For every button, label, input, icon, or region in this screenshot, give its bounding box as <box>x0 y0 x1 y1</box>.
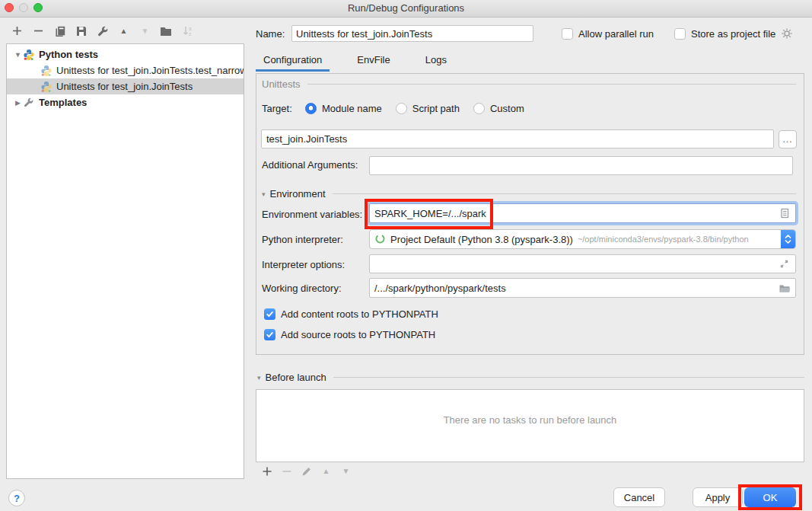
collapse-triangle-icon[interactable]: ▾ <box>262 190 266 198</box>
tree-item-templates[interactable]: ▶ Templates <box>7 94 244 110</box>
radio-script-path[interactable] <box>396 103 407 114</box>
before-launch-section-label: Before launch <box>266 372 326 383</box>
tab-logs[interactable]: Logs <box>418 51 454 72</box>
tree-item-unittests-jointests-selected[interactable]: Unittests for test_join.JoinTests <box>7 78 244 94</box>
expand-field-icon[interactable] <box>779 258 791 270</box>
sort-configurations-icon: az <box>181 24 194 37</box>
target-field <box>261 129 774 149</box>
before-launch-empty-text: There are no tasks to run before launch <box>256 414 804 426</box>
remove-configuration-icon[interactable] <box>32 24 45 37</box>
conda-interpreter-icon <box>374 233 387 245</box>
python-interpreter-label: Python interpreter: <box>262 234 343 245</box>
templates-wrench-icon <box>23 97 35 109</box>
target-row: Target: Module name Script path Custom <box>262 103 538 114</box>
python-interpreter-value: Project Default (Python 3.8 (pyspark-3.8… <box>390 234 573 245</box>
add-source-roots-label: Add source roots to PYTHONPATH <box>281 329 435 340</box>
add-configuration-icon[interactable] <box>11 24 24 37</box>
tree-item-label: Unittests for test_join.JoinTests <box>56 81 193 92</box>
ok-button-label: OK <box>763 492 778 503</box>
name-row: Name: Allow parallel run Store as projec… <box>256 24 807 43</box>
window-title: Run/Debug Configurations <box>0 2 812 14</box>
working-directory-field <box>369 278 796 298</box>
tab-label: Configuration <box>263 54 322 65</box>
interpreter-options-input[interactable] <box>374 258 774 270</box>
svg-text:z: z <box>189 31 191 37</box>
tree-expand-icon[interactable]: ▼ <box>13 51 23 59</box>
config-tabs: Configuration EnvFile Logs <box>256 51 454 72</box>
name-input[interactable] <box>291 25 533 42</box>
interpreter-options-field <box>369 254 796 273</box>
add-source-roots-row: Add source roots to PYTHONPATH <box>264 329 435 340</box>
python-test-icon <box>40 81 53 93</box>
cancel-button[interactable]: Cancel <box>613 487 665 507</box>
copy-configuration-icon[interactable] <box>53 24 66 37</box>
store-as-project-file-checkbox[interactable] <box>674 28 686 40</box>
python-test-icon <box>40 65 53 77</box>
move-up-icon[interactable]: ▲ <box>117 24 130 37</box>
environment-variables-field <box>369 203 796 223</box>
working-directory-input[interactable] <box>374 283 774 294</box>
environment-section-header[interactable]: ▾ Environment <box>262 188 796 200</box>
cancel-button-label: Cancel <box>624 492 654 503</box>
additional-arguments-field <box>369 156 793 175</box>
apply-button[interactable]: Apply <box>693 487 743 507</box>
ok-button[interactable]: OK <box>744 487 796 507</box>
add-content-roots-row: Add content roots to PYTHONPATH <box>264 308 438 320</box>
edit-templates-wrench-icon[interactable] <box>96 24 109 37</box>
tree-item-label: Templates <box>39 97 87 108</box>
radio-module-name[interactable] <box>305 103 317 114</box>
unittests-group-title: Unittests <box>262 78 301 90</box>
environment-variables-label: Environment variables: <box>262 209 362 220</box>
collapse-triangle-icon[interactable]: ▾ <box>257 374 261 382</box>
tree-collapse-icon[interactable]: ▶ <box>13 99 23 107</box>
svg-text:a: a <box>189 26 192 31</box>
move-task-up-icon: ▲ <box>320 465 333 477</box>
radio-custom-label: Custom <box>490 103 524 114</box>
working-directory-label: Working directory: <box>262 283 342 294</box>
configurations-toolbar: ▲ ▼ az <box>11 24 194 37</box>
tab-configuration[interactable]: Configuration <box>256 51 330 72</box>
add-source-roots-checkbox[interactable] <box>264 329 275 340</box>
configurations-tree: ▼ Python tests Unittests for test_join.J… <box>6 43 244 479</box>
target-browse-button[interactable]: ... <box>779 130 797 149</box>
allow-parallel-run-checkbox[interactable] <box>562 28 573 40</box>
tree-item-python-tests[interactable]: ▼ Python tests <box>7 46 244 62</box>
additional-arguments-input[interactable] <box>374 160 788 171</box>
tab-label: Logs <box>425 54 447 65</box>
add-content-roots-checkbox[interactable] <box>264 308 275 320</box>
radio-custom[interactable] <box>473 103 485 114</box>
save-configuration-icon[interactable] <box>75 24 88 37</box>
gear-icon[interactable] <box>781 27 793 40</box>
add-task-icon[interactable] <box>260 465 273 477</box>
before-launch-task-list[interactable]: There are no tasks to run before launch <box>256 389 804 462</box>
help-question-icon: ? <box>14 493 20 504</box>
browse-ellipsis: ... <box>782 134 792 145</box>
title-bar: Run/Debug Configurations <box>0 0 812 18</box>
help-button[interactable]: ? <box>8 490 25 506</box>
tab-envfile[interactable]: EnvFile <box>349 51 397 72</box>
tree-item-unittests-test-narrow[interactable]: Unittests for test_join.JoinTests.test_n… <box>7 62 244 78</box>
additional-arguments-label: Additional Arguments: <box>262 159 358 171</box>
new-folder-icon[interactable] <box>160 24 173 37</box>
before-launch-section-header[interactable]: ▾ Before launch <box>257 372 804 383</box>
browse-folder-icon[interactable] <box>779 282 791 294</box>
separator-line <box>333 377 804 378</box>
configuration-panel: Unittests Target: Module name Script pat… <box>256 73 804 355</box>
python-tests-icon <box>23 49 35 61</box>
target-input[interactable] <box>266 133 769 145</box>
separator-line <box>333 193 796 194</box>
tree-item-label: Python tests <box>39 49 98 60</box>
python-interpreter-combo[interactable]: Project Default (Python 3.8 (pyspark-3.8… <box>369 229 796 249</box>
add-content-roots-label: Add content roots to PYTHONPATH <box>281 308 438 320</box>
edit-task-pencil-icon <box>300 465 313 477</box>
run-debug-configurations-dialog: Run/Debug Configurations ▲ ▼ az ▼ <box>0 0 812 511</box>
separator-line <box>307 84 796 85</box>
combo-stepper-icon[interactable] <box>781 229 795 249</box>
environment-variables-input[interactable] <box>374 208 774 219</box>
edit-variables-list-icon[interactable] <box>779 207 791 219</box>
move-task-down-icon: ▼ <box>339 465 352 477</box>
target-label: Target: <box>262 103 305 114</box>
environment-section-label: Environment <box>270 188 326 200</box>
remove-task-icon <box>280 465 293 477</box>
allow-parallel-run-label: Allow parallel run <box>578 28 654 40</box>
